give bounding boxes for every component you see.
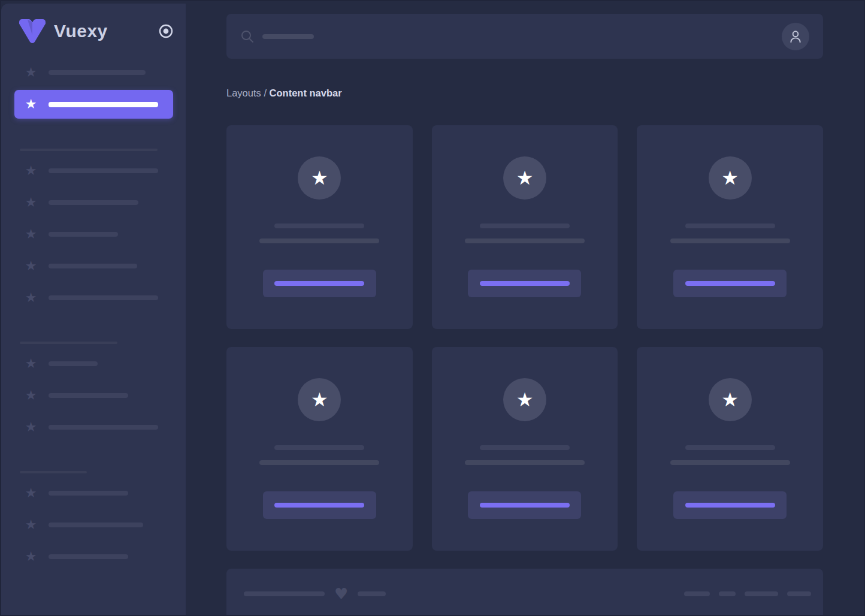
brand-name: Vuexy [54, 21, 108, 41]
skeleton-text-bar [20, 342, 117, 344]
button-label-bar [274, 503, 364, 508]
content-card: ★ [226, 347, 413, 551]
star-icon: ★ [23, 487, 38, 500]
skeleton-text-bar [480, 224, 570, 228]
skeleton-text-bar [20, 149, 158, 151]
skeleton-text-bar [20, 471, 87, 473]
sidebar-item[interactable]: ★ [23, 419, 186, 436]
card-action-button[interactable] [263, 270, 376, 297]
skeleton-text-bar [685, 445, 775, 450]
sidebar-item[interactable]: ★ [23, 64, 186, 81]
sidebar-item-active[interactable]: ★ [14, 90, 173, 119]
sidebar-header: Vuexy [17, 17, 174, 46]
star-icon: ★ [23, 98, 38, 111]
button-label-bar [274, 281, 364, 286]
skeleton-text-bar [465, 238, 585, 243]
skeleton-text-bar [49, 200, 138, 205]
star-icon: ★ [311, 388, 328, 411]
sidebar-section-label [20, 149, 186, 151]
skeleton-text-bar [465, 460, 585, 465]
card-action-button[interactable] [263, 491, 376, 519]
star-icon: ★ [23, 550, 38, 563]
star-icon: ★ [516, 167, 534, 189]
sidebar-section-label [20, 342, 186, 344]
content-card: ★ [226, 125, 413, 329]
card-avatar: ★ [503, 378, 546, 421]
sidebar-item[interactable]: ★ [23, 548, 186, 565]
sidebar-item[interactable]: ★ [23, 289, 186, 306]
skeleton-text-bar [719, 591, 736, 596]
cards-grid: ★★★★★★ [226, 125, 823, 551]
breadcrumb: Layouts / Content navbar [226, 87, 823, 99]
content-card: ★ [637, 347, 823, 551]
card-action-button[interactable] [673, 491, 787, 519]
sidebar-item[interactable]: ★ [23, 387, 186, 404]
vuexy-logo-icon [17, 18, 48, 44]
skeleton-text-bar [49, 361, 98, 366]
button-label-bar [480, 503, 570, 508]
sidebar-section-label [20, 471, 186, 473]
skeleton-text-bar [274, 224, 364, 228]
sidebar-item[interactable]: ★ [23, 258, 186, 274]
skeleton-text-bar [480, 445, 570, 450]
star-icon: ★ [23, 164, 38, 177]
app-window: Vuexy ★★★★★★★★★★★★★ [0, 0, 865, 616]
search-icon [240, 29, 255, 44]
footer-right-group [684, 589, 811, 599]
sidebar-item[interactable]: ★ [23, 355, 186, 372]
sidebar-item[interactable]: ★ [23, 226, 186, 243]
skeleton-text-bar [49, 102, 158, 107]
sidebar-item[interactable]: ★ [23, 485, 186, 502]
star-icon: ★ [23, 196, 38, 209]
sidebar-item[interactable]: ★ [23, 517, 186, 533]
main-content: Layouts / Content navbar ★★★★★★ ♥ [187, 2, 863, 615]
card-action-button[interactable] [673, 270, 787, 297]
skeleton-text-bar [49, 393, 128, 398]
skeleton-text-bar [49, 232, 118, 237]
star-icon: ★ [721, 167, 739, 189]
menu-collapse-toggle-icon[interactable] [158, 23, 174, 39]
star-icon: ★ [23, 357, 38, 370]
footer-card: ♥ [226, 569, 823, 616]
skeleton-text-bar [670, 238, 790, 243]
skeleton-text-bar [49, 425, 158, 430]
person-icon [788, 29, 803, 44]
star-icon: ★ [23, 518, 38, 532]
skeleton-text-bar [49, 491, 128, 496]
sidebar: Vuexy ★★★★★★★★★★★★★ [1, 4, 186, 615]
content-card: ★ [432, 347, 618, 551]
skeleton-text-bar [49, 554, 128, 559]
card-avatar: ★ [503, 156, 546, 200]
top-navbar [226, 14, 823, 59]
button-label-bar [685, 503, 775, 508]
breadcrumb-page: Content navbar [270, 87, 342, 98]
star-icon: ★ [23, 291, 38, 304]
skeleton-text-bar [274, 445, 364, 450]
star-icon: ★ [23, 389, 38, 402]
skeleton-text-bar [670, 460, 790, 465]
skeleton-text-bar [49, 264, 137, 268]
skeleton-text-bar [49, 168, 158, 173]
card-avatar: ★ [298, 378, 341, 421]
breadcrumb-section[interactable]: Layouts [226, 87, 261, 98]
user-avatar[interactable] [782, 23, 809, 50]
card-avatar: ★ [709, 378, 752, 421]
heart-icon: ♥ [334, 589, 348, 599]
breadcrumb-separator: / [261, 87, 270, 98]
card-avatar: ★ [298, 156, 341, 200]
skeleton-text-bar [787, 591, 811, 596]
skeleton-text-bar [49, 70, 146, 75]
star-icon: ★ [23, 66, 38, 79]
sidebar-item[interactable]: ★ [23, 162, 186, 179]
skeleton-text-bar [745, 591, 778, 596]
button-label-bar [685, 281, 775, 286]
content-card: ★ [432, 125, 618, 329]
content-card: ★ [637, 125, 823, 329]
skeleton-text-bar [684, 591, 710, 596]
footer-left-group: ♥ [244, 589, 386, 599]
search-input[interactable] [240, 29, 314, 44]
card-action-button[interactable] [468, 270, 581, 297]
button-label-bar [480, 281, 570, 286]
sidebar-item[interactable]: ★ [23, 194, 186, 211]
card-action-button[interactable] [468, 491, 581, 519]
